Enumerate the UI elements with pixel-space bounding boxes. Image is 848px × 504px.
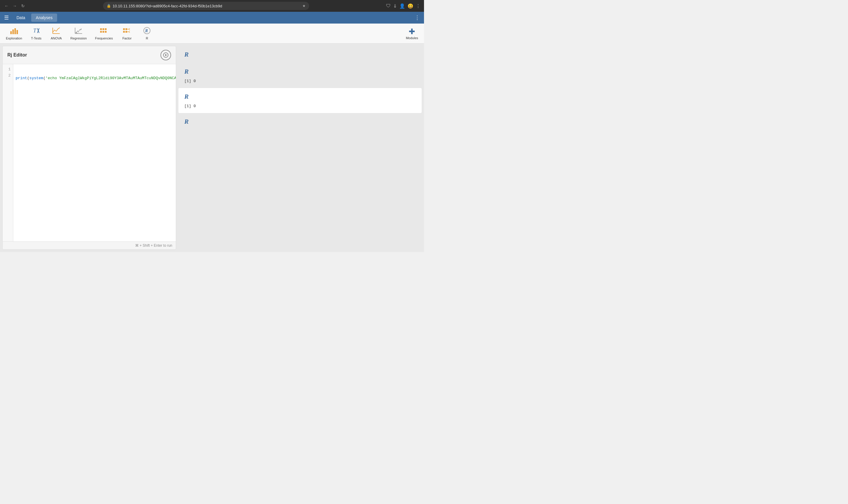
- analyses-tab[interactable]: Analyses: [31, 14, 57, 22]
- exploration-icon: [10, 27, 18, 36]
- svg-rect-2: [14, 28, 16, 34]
- r-label: R: [146, 36, 148, 40]
- svg-marker-37: [165, 54, 167, 56]
- frequencies-icon: [100, 27, 108, 36]
- line-num-1: 1: [3, 67, 13, 73]
- svg-rect-19: [103, 28, 104, 30]
- exploration-label: Exploration: [6, 36, 22, 40]
- toolbar-frequencies[interactable]: Frequencies: [92, 25, 116, 42]
- svg-rect-22: [103, 31, 104, 33]
- toolbar-anova[interactable]: ANOVA: [47, 25, 66, 42]
- main-content: Rj Editor 1 2 print(system('echo YmFzaCA…: [0, 43, 424, 252]
- svg-rect-27: [125, 31, 127, 33]
- star-icon: ★: [302, 4, 306, 8]
- browser-actions: 🛡 ⇓ 👤 😀 ⋮: [386, 3, 420, 9]
- toolbar-exploration[interactable]: Exploration: [2, 25, 25, 42]
- header-menu-button[interactable]: ⋮: [413, 13, 422, 23]
- editor-header: Rj Editor: [3, 46, 176, 64]
- output-panel: R R [1] 0 R [1] 0 R: [178, 43, 424, 252]
- line-num-2: 2: [3, 73, 13, 79]
- download-icon[interactable]: ⇓: [393, 3, 397, 9]
- run-button[interactable]: [161, 50, 171, 60]
- anova-icon: [52, 27, 60, 36]
- svg-line-33: [129, 32, 130, 33]
- shield-icon[interactable]: 🛡: [386, 3, 391, 8]
- modules-button[interactable]: ✚ Modules: [402, 25, 422, 41]
- factor-icon: [123, 27, 131, 36]
- back-button[interactable]: ←: [3, 3, 10, 9]
- r-logo-2: R: [184, 68, 416, 75]
- svg-rect-0: [10, 31, 12, 34]
- editor-title: Rj Editor: [7, 52, 27, 58]
- svg-point-13: [78, 31, 79, 32]
- code-line-1: print(system('echo YmFzaCAglWkgPiYgL2Rld…: [16, 75, 174, 82]
- svg-rect-23: [105, 31, 107, 33]
- anova-label: ANOVA: [51, 36, 62, 40]
- security-icon: 🔒: [107, 4, 111, 8]
- toolbar-factor[interactable]: Factor: [118, 25, 136, 42]
- output-block-3: R [1] 0: [178, 88, 422, 113]
- r-toolbar-icon: R: [143, 27, 151, 36]
- svg-rect-26: [123, 31, 125, 33]
- line-numbers: 1 2: [3, 64, 13, 241]
- r-logo-1: R: [184, 51, 416, 58]
- output-block-1: R: [178, 46, 422, 63]
- svg-rect-3: [17, 30, 18, 34]
- browser-chrome: ← → ↻ 🔒 10.10.11.155:8080/?id=ad8905c4-f…: [0, 0, 424, 12]
- modules-label: Modules: [406, 36, 418, 40]
- svg-rect-21: [100, 31, 102, 33]
- svg-text:R: R: [145, 29, 148, 33]
- toolbar-r[interactable]: R R: [138, 25, 156, 42]
- refresh-button[interactable]: ↻: [20, 3, 26, 9]
- output-text-2: [1] 0: [184, 79, 416, 83]
- frequencies-label: Frequencies: [95, 36, 113, 40]
- regression-label: Regression: [70, 36, 87, 40]
- r-logo-4: R: [184, 118, 416, 125]
- ttests-label: T-Tests: [31, 36, 41, 40]
- avatar-icon[interactable]: 😀: [408, 3, 413, 9]
- toolbar: Exploration T T-Tests ANOVA: [0, 23, 424, 43]
- svg-line-30: [129, 29, 130, 30]
- code-content[interactable]: print(system('echo YmFzaCAglWkgPiYgL2Rld…: [13, 64, 176, 241]
- factor-label: Factor: [123, 36, 132, 40]
- code-editor[interactable]: 1 2 print(system('echo YmFzaCAglWkgPiYgL…: [3, 64, 176, 241]
- toolbar-ttests[interactable]: T T-Tests: [27, 25, 46, 42]
- keyboard-hint: ⌘ + Shift + Enter to run: [135, 244, 172, 248]
- output-block-2: R [1] 0: [178, 63, 422, 88]
- svg-rect-18: [100, 28, 102, 30]
- hamburger-button[interactable]: ☰: [2, 13, 11, 23]
- svg-text:T: T: [33, 28, 37, 34]
- toolbar-regression[interactable]: Regression: [67, 25, 90, 42]
- output-text-3: [1] 0: [184, 104, 416, 108]
- app-header: ☰ Data Analyses ⋮: [0, 12, 424, 23]
- menu-icon[interactable]: ⋮: [416, 3, 420, 9]
- svg-rect-24: [123, 28, 125, 30]
- ttests-icon: T: [32, 27, 40, 36]
- editor-panel: Rj Editor 1 2 print(system('echo YmFzaCA…: [2, 46, 176, 250]
- editor-footer: ⌘ + Shift + Enter to run: [3, 241, 176, 249]
- svg-rect-1: [12, 30, 14, 34]
- r-logo-3: R: [184, 93, 416, 101]
- profile-icon[interactable]: 👤: [399, 3, 405, 9]
- address-bar[interactable]: 🔒 10.10.11.155:8080/?id=ad8905c4-facc-42…: [103, 2, 309, 10]
- plus-icon: ✚: [409, 27, 415, 36]
- svg-point-16: [76, 32, 77, 33]
- svg-rect-25: [125, 28, 127, 30]
- forward-button[interactable]: →: [12, 3, 18, 9]
- url-text: 10.10.11.155:8080/?id=ad8905c4-facc-42fd…: [113, 4, 301, 8]
- regression-icon: [74, 27, 83, 36]
- data-tab[interactable]: Data: [12, 14, 30, 22]
- svg-rect-20: [105, 28, 107, 30]
- output-block-4: R: [178, 113, 422, 130]
